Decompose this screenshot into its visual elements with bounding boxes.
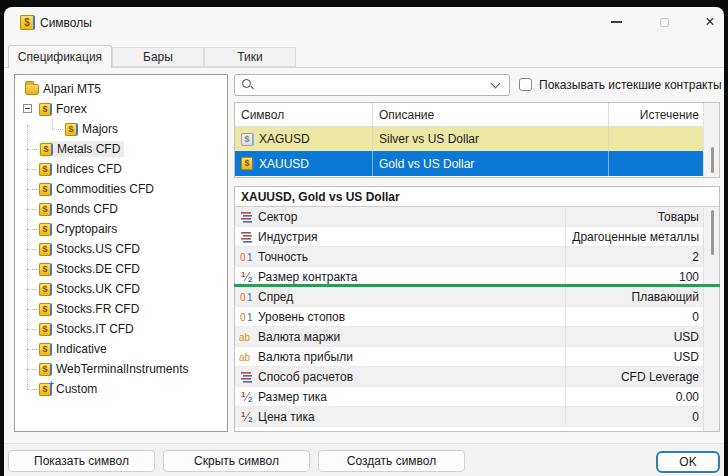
text-icon: ab bbox=[239, 330, 254, 343]
tab-underline bbox=[4, 67, 724, 68]
dollar-icon: $ bbox=[39, 103, 52, 116]
symbols-table-inner: Символ Описание Истечение $XAGUSDSilver … bbox=[235, 103, 705, 176]
spec-value: USD bbox=[566, 350, 705, 364]
tree-guide-stub bbox=[27, 269, 37, 270]
dollar-icon: $ bbox=[39, 263, 52, 276]
column-header-expiration[interactable]: Истечение bbox=[609, 103, 705, 126]
spec-row-уровень-стопов[interactable]: 01Уровень стопов0 bbox=[235, 307, 705, 327]
spec-row-размер-тика[interactable]: 12Размер тика0.00 bbox=[235, 387, 705, 407]
column-header-description[interactable]: Описание bbox=[373, 103, 609, 126]
spec-label: Спред bbox=[258, 290, 293, 304]
tree-item-label: Stocks.UK CFD bbox=[56, 282, 140, 296]
folder-icon bbox=[25, 84, 39, 95]
tree-item-stocks-it-cfd[interactable]: $Stocks.IT CFD bbox=[15, 319, 227, 339]
spec-label: Точность bbox=[258, 250, 308, 264]
tree-guide-stub bbox=[27, 389, 37, 390]
symbol-row-xauusd[interactable]: $XAUUSDGold vs US Dollar bbox=[235, 151, 705, 176]
table-scrollbar-thumb[interactable] bbox=[711, 147, 714, 173]
create-symbol-button[interactable]: Создать символ bbox=[318, 450, 465, 472]
spec-label: Валюта маржи bbox=[258, 330, 340, 344]
symbol-search-box[interactable] bbox=[234, 74, 510, 96]
sector-icon bbox=[239, 370, 254, 383]
spec-label: Уровень стопов bbox=[258, 310, 345, 324]
tree-guide-stub bbox=[27, 209, 37, 210]
details-scrollbar-track[interactable] bbox=[703, 207, 719, 431]
spec-row-сектор[interactable]: СекторТовары bbox=[235, 207, 705, 227]
spec-value: Драгоценные металлы bbox=[566, 230, 705, 244]
dollar-icon: $ bbox=[39, 363, 52, 376]
symbol-row-xagusd[interactable]: $XAGUSDSilver vs US Dollar bbox=[235, 127, 705, 151]
svg-text:2: 2 bbox=[248, 395, 253, 403]
tab-спецификация[interactable]: Спецификация bbox=[8, 45, 112, 68]
spec-row-валюта-прибыли[interactable]: abВалюта прибылиUSD bbox=[235, 347, 705, 367]
minimize-button[interactable] bbox=[600, 10, 632, 34]
tree-item-forex[interactable]: $Forex bbox=[15, 99, 227, 119]
specification-panel: XAUUSD, Gold vs US Dollar СекторТоварыИн… bbox=[234, 186, 720, 432]
plus-badge-icon: + bbox=[49, 379, 54, 390]
tree-item-commodities-cfd[interactable]: $Commodities CFD bbox=[15, 179, 227, 199]
close-icon: × bbox=[705, 15, 714, 29]
tree-item-stocks-de-cfd[interactable]: $Stocks.DE CFD bbox=[15, 259, 227, 279]
tree-item-stocks-us-cfd[interactable]: $Stocks.US CFD bbox=[15, 239, 227, 259]
collapse-toggle-icon[interactable] bbox=[23, 104, 32, 113]
spec-label: Размер тика bbox=[258, 390, 327, 404]
dollar-icon: $ bbox=[39, 343, 52, 356]
svg-text:1: 1 bbox=[241, 270, 246, 279]
tree-item-indicative[interactable]: $Indicative bbox=[15, 339, 227, 359]
dollar-plus-icon: $+ bbox=[39, 383, 52, 396]
symbol-description: Gold vs US Dollar bbox=[373, 151, 609, 176]
spec-label: Размер контракта bbox=[258, 270, 358, 284]
spec-value: CFD Leverage bbox=[566, 370, 705, 384]
dollar-icon: $ bbox=[40, 143, 53, 156]
spec-row-валюта-маржи[interactable]: abВалюта маржиUSD bbox=[235, 327, 705, 347]
specification-title: XAUUSD, Gold vs US Dollar bbox=[235, 187, 719, 207]
tree-item-majors[interactable]: $Majors bbox=[15, 119, 227, 139]
spec-value: 2 bbox=[566, 250, 705, 264]
tree-item-custom[interactable]: $+Custom bbox=[15, 379, 227, 399]
tree-item-alpari-mt5[interactable]: Alpari MT5 bbox=[15, 79, 227, 99]
tree-item-label: Indicative bbox=[56, 342, 107, 356]
symbol-expiration bbox=[609, 127, 705, 151]
tree-item-metals-cfd[interactable]: $Metals CFD bbox=[15, 139, 227, 159]
symbol-dollar-icon-gold: $ bbox=[241, 157, 254, 170]
tab-тики[interactable]: Тики bbox=[204, 47, 296, 67]
fraction-icon: 12 bbox=[239, 390, 254, 403]
tree-item-label: Majors bbox=[82, 122, 118, 136]
tree-item-stocks-uk-cfd[interactable]: $Stocks.UK CFD bbox=[15, 279, 227, 299]
window-title: Символы bbox=[40, 15, 92, 31]
table-scrollbar-track[interactable] bbox=[703, 103, 719, 177]
dollar-icon: $ bbox=[39, 223, 52, 236]
hide-symbol-button[interactable]: Скрыть символ bbox=[163, 450, 310, 472]
close-button[interactable]: × bbox=[694, 10, 726, 34]
show-symbol-button[interactable]: Показать символ bbox=[8, 450, 155, 472]
chevron-down-icon[interactable] bbox=[491, 79, 501, 89]
svg-text:1: 1 bbox=[241, 390, 246, 399]
column-header-symbol[interactable]: Символ bbox=[235, 103, 373, 126]
ok-button[interactable]: OK bbox=[656, 451, 720, 473]
tree-item-cryptopairs[interactable]: $Cryptopairs bbox=[15, 219, 227, 239]
details-scrollbar-thumb[interactable] bbox=[711, 210, 714, 255]
tree-item-webterminalinstruments[interactable]: $WebTerminalInstruments bbox=[15, 359, 227, 379]
show-expired-label[interactable]: Показывать истекшие контракты bbox=[539, 75, 722, 95]
spec-value: USD bbox=[566, 330, 705, 344]
tree-item-bonds-cfd[interactable]: $Bonds CFD bbox=[15, 199, 227, 219]
spec-row-способ-расчетов[interactable]: Способ расчетовCFD Leverage bbox=[235, 367, 705, 387]
maximize-icon bbox=[660, 18, 669, 27]
dollar-icon: $ bbox=[39, 203, 52, 216]
search-input[interactable] bbox=[260, 76, 486, 94]
tree-item-label: Cryptopairs bbox=[56, 222, 117, 236]
dollar-icon: $ bbox=[39, 303, 52, 316]
svg-text:0: 0 bbox=[240, 292, 246, 303]
spec-row-индустрия[interactable]: ИндустрияДрагоценные металлы bbox=[235, 227, 705, 247]
spec-row-спред[interactable]: 01СпредПлавающий bbox=[235, 287, 705, 307]
spec-row-точность[interactable]: 01Точность2 bbox=[235, 247, 705, 267]
tree-item-indices-cfd[interactable]: $Indices CFD bbox=[15, 159, 227, 179]
tree-item-stocks-fr-cfd[interactable]: $Stocks.FR CFD bbox=[15, 299, 227, 319]
dollar-icon: $ bbox=[39, 323, 52, 336]
show-expired-checkbox[interactable] bbox=[519, 78, 532, 91]
tree-guide-stub bbox=[52, 129, 63, 130]
tab-бары[interactable]: Бары bbox=[112, 47, 204, 67]
symbol-expiration bbox=[609, 151, 705, 176]
dollar-icon: $ bbox=[65, 123, 78, 136]
spec-row-цена-тика[interactable]: 12Цена тика0 bbox=[235, 407, 705, 427]
